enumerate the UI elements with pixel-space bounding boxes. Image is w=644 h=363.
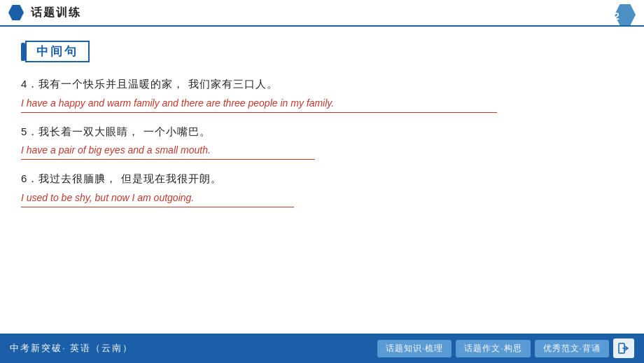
exercise-item-4: 4．我有一个快乐并且温暖的家， 我们家有三口人。 I have a happy … [21, 75, 623, 117]
english-text-6: I used to be shy, but now I am outgoing. [21, 189, 294, 207]
footer-left-text: 中考新突破· 英语（云南） [10, 342, 133, 355]
footer-bar: 中考新突破· 英语（云南） 话题知识·梳理 话题作文·构思 优秀范文·背诵 [0, 334, 644, 363]
main-content: 中间句 4．我有一个快乐并且温暖的家， 我们家有三口人。 I have a ha… [0, 27, 644, 334]
header-hex-icon [8, 5, 24, 20]
exercise-item-5: 5．我长着一双大眼睛， 一个小嘴巴。 I have a pair of big … [21, 123, 623, 165]
exercise-item-6: 6．我过去很腼腆， 但是现在我很开朗。 I used to be shy, bu… [21, 170, 623, 212]
section-title: 中间句 [25, 41, 90, 62]
header-title: 话题训练 [31, 6, 81, 20]
chinese-text-4: 4．我有一个快乐并且温暖的家， 我们家有三口人。 [21, 75, 623, 93]
footer-btn-essay[interactable]: 优秀范文·背诵 [535, 340, 609, 357]
english-text-4: I have a happy and warm family and there… [21, 95, 497, 113]
section-title-wrap: 中间句 [21, 41, 623, 62]
chinese-text-5: 5．我长着一双大眼睛， 一个小嘴巴。 [21, 123, 623, 141]
header: 话题训练 2 [0, 0, 644, 27]
footer-buttons: 话题知识·梳理 话题作文·构思 优秀范文·背诵 [377, 338, 634, 358]
footer-btn-composition[interactable]: 话题作文·构思 [456, 340, 530, 357]
footer-exit-button[interactable] [613, 338, 634, 358]
header-badge: 2 [615, 4, 636, 25]
footer-btn-knowledge[interactable]: 话题知识·梳理 [377, 340, 451, 357]
chinese-text-6: 6．我过去很腼腆， 但是现在我很开朗。 [21, 170, 623, 188]
badge-number: 2 [606, 11, 627, 22]
english-text-5: I have a pair of big eyes and a small mo… [21, 142, 315, 160]
